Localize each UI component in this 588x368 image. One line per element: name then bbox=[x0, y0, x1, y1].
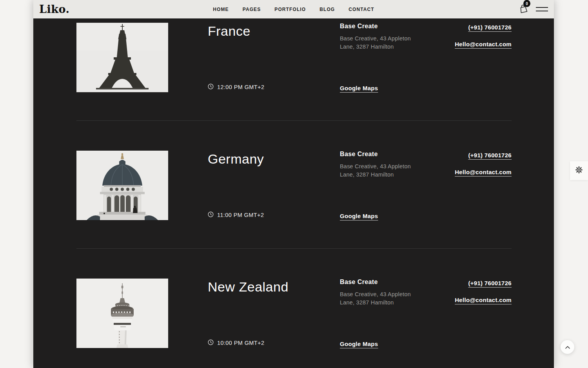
site-header: Liko. HOME PAGES PORTFOLIO BLOG CONTACT … bbox=[33, 0, 554, 18]
locations-list: France 12:00 PM GMT+2 Base Create Base bbox=[33, 18, 554, 368]
gear-icon bbox=[575, 166, 583, 176]
location-row-new-zealand: New Zealand 10:00 PM GMT+2 Base Create bbox=[76, 249, 512, 368]
email-link[interactable]: Hello@contact.com bbox=[455, 41, 512, 47]
google-maps-link[interactable]: Google Maps bbox=[340, 213, 418, 219]
email-link[interactable]: Hello@contact.com bbox=[455, 297, 512, 303]
location-info: Base Create Base Creative, 43 Appleton L… bbox=[324, 151, 418, 220]
header-actions: 0 bbox=[520, 4, 548, 15]
location-info: Base Create Base Creative, 43 Appleton L… bbox=[324, 23, 418, 92]
local-time-text: 10:00 PM GMT+2 bbox=[217, 340, 264, 346]
nav-item-home[interactable]: HOME bbox=[213, 7, 229, 12]
country-title: France bbox=[208, 24, 324, 39]
google-maps-link[interactable]: Google Maps bbox=[340, 85, 418, 91]
nav-item-contact[interactable]: CONTACT bbox=[348, 7, 374, 12]
email-link[interactable]: Hello@contact.com bbox=[455, 169, 512, 175]
phone-link[interactable]: (+91) 76001726 bbox=[468, 152, 512, 158]
location-contacts: (+91) 76001726 Hello@contact.com bbox=[418, 23, 512, 92]
hamburger-menu-icon[interactable] bbox=[536, 7, 548, 11]
cart-count-badge: 0 bbox=[523, 0, 530, 7]
clock-icon bbox=[208, 339, 214, 346]
nav-item-blog[interactable]: BLOG bbox=[319, 7, 335, 12]
sky-tower-photo bbox=[76, 279, 168, 348]
main-panel: Liko. HOME PAGES PORTFOLIO BLOG CONTACT … bbox=[33, 0, 554, 368]
company-address: Base Creative, 43 Appleton Lane, 3287 Ha… bbox=[340, 35, 418, 51]
phone-link[interactable]: (+91) 76001726 bbox=[468, 280, 512, 286]
local-time: 11:00 PM GMT+2 bbox=[208, 211, 324, 219]
scroll-to-top-button[interactable] bbox=[561, 340, 574, 354]
chevron-up-icon bbox=[565, 344, 570, 351]
location-info: Base Create Base Creative, 43 Appleton L… bbox=[324, 279, 418, 348]
shopping-bag-icon bbox=[519, 7, 528, 15]
local-time: 12:00 PM GMT+2 bbox=[208, 84, 324, 91]
local-time-text: 11:00 PM GMT+2 bbox=[217, 212, 264, 218]
location-main: France 12:00 PM GMT+2 bbox=[168, 23, 324, 92]
location-row-france: France 12:00 PM GMT+2 Base Create Base bbox=[76, 18, 512, 120]
country-title: Germany bbox=[208, 151, 324, 167]
company-name: Base Create bbox=[340, 279, 418, 286]
location-contacts: (+91) 76001726 Hello@contact.com bbox=[418, 151, 512, 220]
company-address: Base Creative, 43 Appleton Lane, 3287 Ha… bbox=[340, 162, 418, 179]
location-contacts: (+91) 76001726 Hello@contact.com bbox=[418, 279, 512, 348]
location-row-germany: Germany 11:00 PM GMT+2 Base Create Bas bbox=[76, 121, 512, 248]
main-nav: HOME PAGES PORTFOLIO BLOG CONTACT bbox=[213, 7, 374, 12]
country-title: New Zealand bbox=[208, 279, 324, 295]
location-main: New Zealand 10:00 PM GMT+2 bbox=[168, 279, 324, 348]
settings-button[interactable] bbox=[570, 161, 588, 180]
company-address: Base Creative, 43 Appleton Lane, 3287 Ha… bbox=[340, 290, 418, 307]
local-time-text: 12:00 PM GMT+2 bbox=[217, 84, 264, 90]
company-name: Base Create bbox=[340, 151, 418, 158]
google-maps-link[interactable]: Google Maps bbox=[340, 341, 418, 347]
nav-item-pages[interactable]: PAGES bbox=[243, 7, 261, 12]
eiffel-tower-photo bbox=[76, 23, 168, 92]
nav-item-portfolio[interactable]: PORTFOLIO bbox=[274, 7, 306, 12]
clock-icon bbox=[208, 84, 214, 91]
cathedral-dome-photo bbox=[76, 151, 168, 220]
location-main: Germany 11:00 PM GMT+2 bbox=[168, 151, 324, 220]
local-time: 10:00 PM GMT+2 bbox=[208, 339, 324, 346]
phone-link[interactable]: (+91) 76001726 bbox=[468, 24, 512, 31]
clock-icon bbox=[208, 211, 214, 219]
cart-button[interactable]: 0 bbox=[519, 4, 528, 15]
company-name: Base Create bbox=[340, 23, 418, 30]
site-logo[interactable]: Liko. bbox=[39, 4, 69, 15]
